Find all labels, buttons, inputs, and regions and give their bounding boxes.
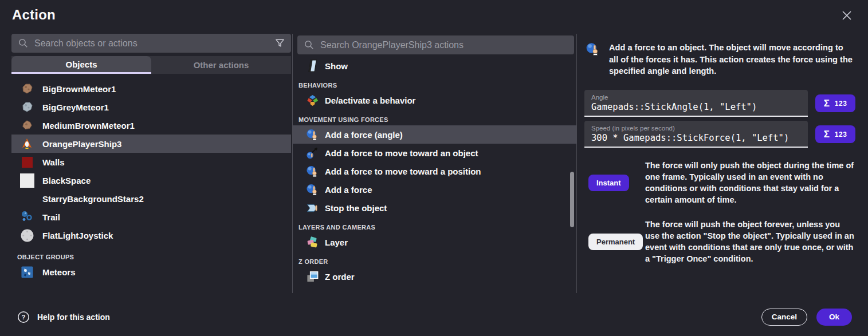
- speed-field[interactable]: Speed (in pixels per second) 300 * Gamep…: [584, 121, 808, 148]
- dialog-footer: ? Help for this action Cancel Ok: [0, 298, 868, 336]
- search-input[interactable]: [320, 40, 568, 50]
- action-label: Add a force (angle): [325, 130, 403, 140]
- action-row[interactable]: De/activate a behavior: [293, 91, 576, 109]
- help-icon: ?: [17, 311, 30, 323]
- force-icon: [305, 127, 319, 142]
- action-row[interactable]: Add a force to move toward a position: [293, 162, 576, 180]
- object-row[interactable]: BlackSpace: [11, 171, 291, 189]
- objects-search[interactable]: [11, 34, 291, 53]
- meteor-brown-icon: [19, 81, 34, 96]
- section-layers-cameras: LAYERS AND CAMERAS: [293, 217, 576, 233]
- action-label: Z order: [325, 272, 355, 282]
- action-detail-panel: Add a force to an object. The object wil…: [578, 34, 868, 293]
- walls-icon: [19, 155, 34, 169]
- blackspace-icon: [19, 173, 34, 188]
- speed-field-label: Speed (in pixels per second): [591, 125, 801, 132]
- search-icon: [304, 39, 315, 50]
- filter-icon[interactable]: [274, 38, 285, 49]
- action-dialog: Action Objects Other actions: [0, 0, 868, 336]
- behavior-icon: [305, 93, 319, 108]
- sigma-icon: Σ: [824, 98, 830, 109]
- close-icon[interactable]: [839, 8, 854, 23]
- z-order-icon: [305, 269, 319, 284]
- permanent-option-button[interactable]: Permanent: [588, 234, 643, 250]
- force-icon: [305, 182, 319, 197]
- instant-option-description: The force will only push the object duri…: [645, 160, 857, 205]
- action-label: Stop the object: [325, 203, 387, 213]
- object-row-selected[interactable]: OrangePlayerShip3: [11, 135, 291, 153]
- object-label: FlatLightJoystick: [42, 231, 113, 240]
- action-row[interactable]: Z order: [293, 267, 576, 286]
- help-label: Help for this action: [37, 313, 110, 322]
- section-behaviors: BEHAVIORS: [293, 75, 576, 91]
- object-label: BlackSpace: [42, 176, 91, 185]
- force-icon: [586, 42, 600, 59]
- show-icon: [305, 58, 319, 73]
- action-row[interactable]: Add a force: [293, 180, 576, 199]
- actions-panel: Show BEHAVIORS De/activate a behavior MO…: [292, 34, 577, 293]
- force-toward-position-icon: [305, 164, 319, 179]
- search-input[interactable]: [34, 38, 274, 49]
- object-label: OrangePlayerShip3: [42, 139, 121, 149]
- instant-option-button[interactable]: Instant: [588, 175, 629, 191]
- dialog-body: Objects Other actions BigBrownMeteor1 Bi…: [0, 34, 868, 293]
- scrollbar-thumb[interactable]: [570, 172, 574, 227]
- tab-objects[interactable]: Objects: [11, 56, 151, 74]
- objects-list: BigBrownMeteor1 BigGreyMeteor1 MediumBro…: [11, 74, 291, 281]
- svg-text:?: ?: [22, 314, 26, 321]
- trail-icon: [19, 209, 34, 224]
- object-label: MediumBrownMeteor1: [42, 121, 135, 131]
- angle-expression-button[interactable]: Σ 123: [815, 94, 855, 112]
- ok-button[interactable]: Ok: [816, 309, 852, 326]
- meteor-brown-icon: [19, 118, 34, 133]
- object-groups-header: OBJECT GROUPS: [11, 244, 291, 263]
- actions-search[interactable]: [297, 35, 574, 54]
- stop-object-icon: [305, 200, 319, 215]
- sigma-icon: Σ: [824, 129, 830, 140]
- force-toward-object-icon: [305, 145, 319, 160]
- layer-icon: [305, 235, 319, 250]
- action-row[interactable]: Layer: [293, 233, 576, 251]
- object-row[interactable]: Walls: [11, 153, 291, 171]
- object-row[interactable]: StarryBackgroundStars2: [11, 189, 291, 208]
- section-z-order: Z ORDER: [293, 251, 576, 267]
- action-description: Add a force to an object. The object wil…: [609, 42, 854, 77]
- search-icon: [18, 38, 29, 49]
- object-group-row[interactable]: Meteors: [11, 263, 291, 281]
- objects-panel: Objects Other actions BigBrownMeteor1 Bi…: [11, 34, 291, 293]
- object-row[interactable]: BigBrownMeteor1: [11, 80, 291, 98]
- speed-field-value[interactable]: 300 * Gamepads::StickForce(1, "Left"): [591, 133, 801, 143]
- cancel-button[interactable]: Cancel: [761, 309, 807, 326]
- angle-field[interactable]: Angle Gamepads::StickAngle(1, "Left"): [584, 90, 808, 117]
- meteors-group-icon: [19, 264, 34, 279]
- actions-list: Show BEHAVIORS De/activate a behavior MO…: [293, 54, 576, 286]
- joystick-icon: [19, 228, 34, 243]
- object-row[interactable]: FlatLightJoystick: [11, 226, 291, 244]
- action-row[interactable]: Show: [293, 57, 576, 75]
- section-movement-forces: MOVEMENT USING FORCES: [293, 109, 576, 125]
- action-label: De/activate a behavior: [325, 96, 415, 105]
- object-label: BigGreyMeteor1: [42, 102, 109, 112]
- page-title: Action: [12, 7, 56, 23]
- tab-other-actions[interactable]: Other actions: [151, 56, 291, 74]
- angle-field-value[interactable]: Gamepads::StickAngle(1, "Left"): [591, 102, 801, 112]
- action-label: Add a force to move toward a position: [325, 167, 481, 176]
- object-group-label: Meteors: [42, 267, 76, 277]
- numbers-icon: 123: [835, 100, 847, 108]
- action-row-selected[interactable]: Add a force (angle): [293, 125, 576, 144]
- object-row[interactable]: Trail: [11, 208, 291, 226]
- object-label: Walls: [42, 157, 65, 167]
- ship-icon: [19, 136, 34, 151]
- object-tabs: Objects Other actions: [11, 56, 291, 74]
- object-row[interactable]: BigGreyMeteor1: [11, 98, 291, 116]
- object-label: Trail: [42, 212, 60, 222]
- numbers-icon: 123: [835, 131, 847, 139]
- object-row[interactable]: MediumBrownMeteor1: [11, 116, 291, 135]
- action-row[interactable]: Add a force to move toward an object: [293, 144, 576, 162]
- speed-expression-button[interactable]: Σ 123: [815, 125, 855, 143]
- meteor-grey-icon: [19, 100, 34, 114]
- action-row[interactable]: Stop the object: [293, 199, 576, 217]
- permanent-option-description: The force will push the object forever, …: [645, 219, 857, 264]
- object-label: StarryBackgroundStars2: [42, 194, 144, 204]
- help-link[interactable]: ? Help for this action: [17, 311, 110, 323]
